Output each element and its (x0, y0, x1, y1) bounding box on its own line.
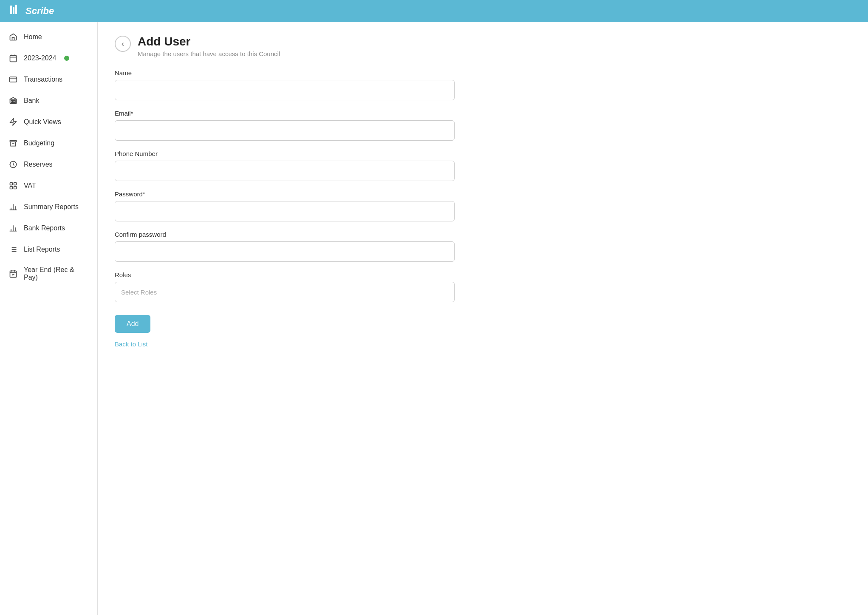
email-input[interactable] (115, 120, 455, 141)
name-label: Name (115, 69, 455, 77)
sidebar: Home 2023-2024 Tran (0, 22, 98, 615)
confirm-password-input[interactable] (115, 241, 455, 262)
sidebar-label-summary-reports: Summary Reports (24, 203, 79, 211)
svg-rect-0 (10, 6, 12, 14)
page-header: ‹ Add User Manage the users that have ac… (115, 35, 851, 57)
add-user-form: Name Email* Phone Number Password* Confi… (115, 69, 455, 348)
phone-input[interactable] (115, 161, 455, 181)
sidebar-item-budgeting[interactable]: Budgeting (0, 133, 97, 154)
bolt-icon (8, 117, 18, 127)
summary-reports-icon (8, 202, 18, 212)
password-input[interactable] (115, 201, 455, 221)
password-field-group: Password* (115, 190, 455, 221)
logo-icon (8, 3, 22, 19)
add-user-button[interactable]: Add (115, 315, 150, 333)
page-title-block: Add User Manage the users that have acce… (138, 35, 280, 57)
roles-field-group: Roles (115, 271, 455, 302)
calendar-icon (8, 54, 18, 63)
sidebar-label-list-reports: List Reports (24, 246, 60, 253)
sidebar-item-year-end[interactable]: Year End (Rec & Pay) (0, 260, 97, 287)
bank-reports-icon (8, 224, 18, 233)
home-icon (8, 32, 18, 42)
name-input[interactable] (115, 80, 455, 100)
sidebar-label-transactions: Transactions (24, 76, 62, 83)
page-title: Add User (138, 35, 280, 48)
sidebar-item-reserves[interactable]: Reserves (0, 154, 97, 175)
sidebar-item-home[interactable]: Home (0, 26, 97, 48)
svg-rect-2 (15, 5, 17, 14)
phone-field-group: Phone Number (115, 150, 455, 181)
sidebar-label-budgeting: Budgeting (24, 139, 54, 147)
sidebar-item-list-reports[interactable]: List Reports (0, 239, 97, 260)
sidebar-label-home: Home (24, 33, 42, 41)
svg-rect-7 (10, 77, 17, 82)
sidebar-label-year-end: Year End (Rec & Pay) (24, 266, 89, 281)
sidebar-label-bank: Bank (24, 97, 39, 105)
svg-rect-16 (10, 183, 13, 185)
sidebar-label-bank-reports: Bank Reports (24, 224, 65, 232)
confirm-password-label: Confirm password (115, 231, 455, 238)
password-label: Password* (115, 190, 455, 198)
svg-rect-18 (10, 187, 13, 189)
reserves-icon (8, 160, 18, 169)
svg-marker-13 (10, 119, 17, 126)
svg-rect-12 (14, 100, 16, 102)
sidebar-label-year: 2023-2024 (24, 54, 57, 62)
confirm-password-field-group: Confirm password (115, 231, 455, 262)
sidebar-item-summary-reports[interactable]: Summary Reports (0, 196, 97, 218)
sidebar-item-year[interactable]: 2023-2024 (0, 48, 97, 69)
sidebar-label-reserves: Reserves (24, 161, 53, 168)
sidebar-item-bank-reports[interactable]: Bank Reports (0, 218, 97, 239)
archive-icon (8, 139, 18, 148)
svg-rect-17 (14, 183, 17, 185)
sidebar-label-quick-views: Quick Views (24, 118, 61, 126)
roles-label: Roles (115, 271, 455, 278)
svg-rect-11 (13, 100, 14, 102)
sidebar-item-vat[interactable]: VAT (0, 175, 97, 196)
sidebar-label-vat: VAT (24, 182, 36, 190)
svg-rect-19 (14, 187, 17, 189)
svg-rect-3 (10, 55, 17, 62)
svg-rect-1 (13, 7, 14, 14)
name-field-group: Name (115, 69, 455, 100)
sidebar-item-transactions[interactable]: Transactions (0, 69, 97, 90)
logo-text: Scribe (25, 6, 54, 17)
main-content: ‹ Add User Manage the users that have ac… (98, 22, 868, 615)
credit-card-icon (8, 75, 18, 84)
back-button[interactable]: ‹ (115, 36, 131, 52)
email-label: Email* (115, 110, 455, 117)
bank-icon (8, 96, 18, 105)
email-field-group: Email* (115, 110, 455, 141)
app-header: Scribe (0, 0, 868, 22)
svg-rect-34 (10, 271, 17, 277)
year-end-icon (8, 269, 18, 278)
page-subtitle: Manage the users that have access to thi… (138, 50, 280, 57)
chevron-left-icon: ‹ (122, 40, 124, 48)
list-icon (8, 245, 18, 254)
vat-icon (8, 181, 18, 190)
svg-rect-10 (11, 100, 12, 102)
sidebar-item-bank[interactable]: Bank (0, 90, 97, 111)
sidebar-item-quick-views[interactable]: Quick Views (0, 111, 97, 133)
active-year-badge (64, 56, 69, 61)
roles-input[interactable] (115, 282, 455, 302)
phone-label: Phone Number (115, 150, 455, 157)
logo: Scribe (8, 3, 54, 19)
back-to-list-link[interactable]: Back to List (115, 340, 148, 348)
